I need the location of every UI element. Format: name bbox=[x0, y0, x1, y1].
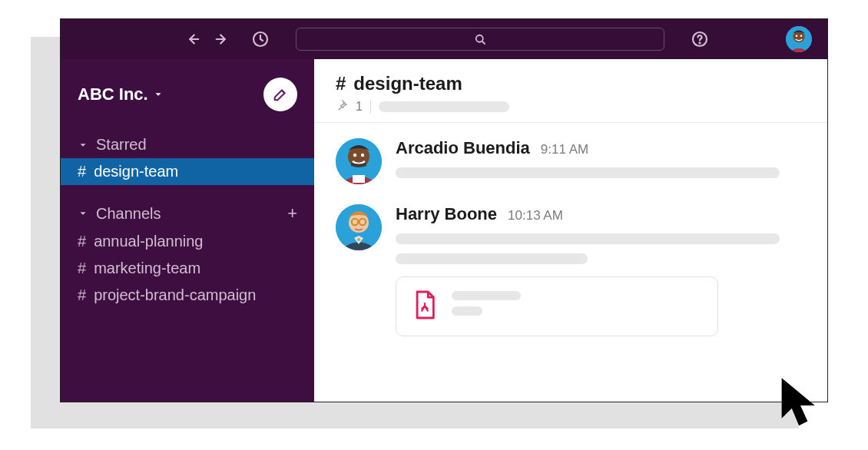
hash-icon: # bbox=[78, 233, 86, 250]
svg-point-6 bbox=[796, 35, 798, 37]
channel-label: marketing-team bbox=[94, 260, 200, 277]
message-author[interactable]: Arcadio Buendia bbox=[396, 138, 530, 158]
channel-topic-placeholder[interactable] bbox=[379, 101, 509, 112]
avatar[interactable] bbox=[336, 204, 382, 250]
section-starred-header[interactable]: Starred bbox=[61, 128, 314, 158]
compose-button[interactable] bbox=[263, 78, 297, 111]
mouse-cursor-icon bbox=[777, 375, 823, 436]
channel-header: # design-team 1 bbox=[314, 59, 827, 123]
history-button[interactable] bbox=[251, 30, 270, 48]
channel-item-design-team[interactable]: # design-team bbox=[61, 158, 314, 185]
channel-label: design-team bbox=[94, 163, 178, 180]
add-channel-button[interactable]: + bbox=[287, 203, 297, 223]
workspace-switcher[interactable]: ABC Inc. bbox=[78, 84, 164, 104]
hash-icon: # bbox=[78, 260, 86, 277]
svg-point-14 bbox=[357, 238, 360, 241]
hash-icon: # bbox=[336, 73, 346, 94]
file-attachment[interactable] bbox=[396, 276, 718, 336]
message[interactable]: Harry Boone 10:13 AM bbox=[336, 204, 806, 336]
forward-button[interactable] bbox=[214, 31, 231, 48]
section-label: Channels bbox=[96, 205, 161, 223]
hash-icon: # bbox=[78, 163, 86, 180]
svg-point-11 bbox=[361, 154, 364, 157]
message-text-placeholder bbox=[396, 167, 780, 178]
current-user-avatar[interactable] bbox=[786, 26, 812, 52]
search-input[interactable] bbox=[296, 28, 664, 51]
help-button[interactable] bbox=[691, 30, 709, 48]
message-list: Arcadio Buendia 9:11 AM bbox=[314, 123, 827, 402]
svg-point-7 bbox=[800, 35, 803, 37]
message-author[interactable]: Harry Boone bbox=[396, 204, 497, 224]
message-time: 9:11 AM bbox=[541, 142, 588, 157]
message[interactable]: Arcadio Buendia 9:11 AM bbox=[336, 138, 806, 184]
avatar[interactable] bbox=[336, 138, 382, 184]
section-channels-header[interactable]: Channels + bbox=[61, 196, 314, 228]
app-window: ABC Inc. Starred # design-team Chan bbox=[60, 18, 828, 402]
message-text-placeholder bbox=[396, 233, 780, 244]
channel-label: project-brand-campaign bbox=[94, 286, 256, 304]
svg-point-10 bbox=[353, 154, 356, 157]
channel-item-marketing-team[interactable]: # marketing-team bbox=[61, 255, 314, 282]
pin-icon[interactable] bbox=[336, 99, 348, 114]
chevron-down-icon bbox=[153, 89, 164, 100]
caret-down-icon bbox=[78, 140, 88, 151]
sidebar: ABC Inc. Starred # design-team Chan bbox=[61, 59, 314, 402]
section-label: Starred bbox=[96, 136, 147, 154]
back-button[interactable] bbox=[184, 31, 200, 48]
attachment-name-placeholder bbox=[452, 291, 521, 300]
caret-down-icon bbox=[78, 208, 88, 219]
svg-point-3 bbox=[699, 42, 700, 43]
hash-icon: # bbox=[78, 286, 86, 304]
message-time: 10:13 AM bbox=[508, 208, 563, 223]
message-text-placeholder bbox=[396, 253, 588, 264]
workspace-name: ABC Inc. bbox=[78, 84, 148, 104]
topbar bbox=[61, 19, 827, 59]
channel-item-annual-planning[interactable]: # annual-planning bbox=[61, 228, 314, 255]
pdf-file-icon bbox=[412, 290, 438, 323]
compose-icon bbox=[272, 86, 289, 103]
pin-count[interactable]: 1 bbox=[356, 100, 363, 114]
divider bbox=[370, 100, 371, 114]
channel-item-project-brand-campaign[interactable]: # project-brand-campaign bbox=[61, 282, 314, 309]
main-pane: # design-team 1 bbox=[314, 59, 827, 402]
channel-title-name[interactable]: design-team bbox=[353, 73, 462, 94]
attachment-meta-placeholder bbox=[452, 306, 482, 316]
channel-label: annual-planning bbox=[94, 233, 203, 250]
